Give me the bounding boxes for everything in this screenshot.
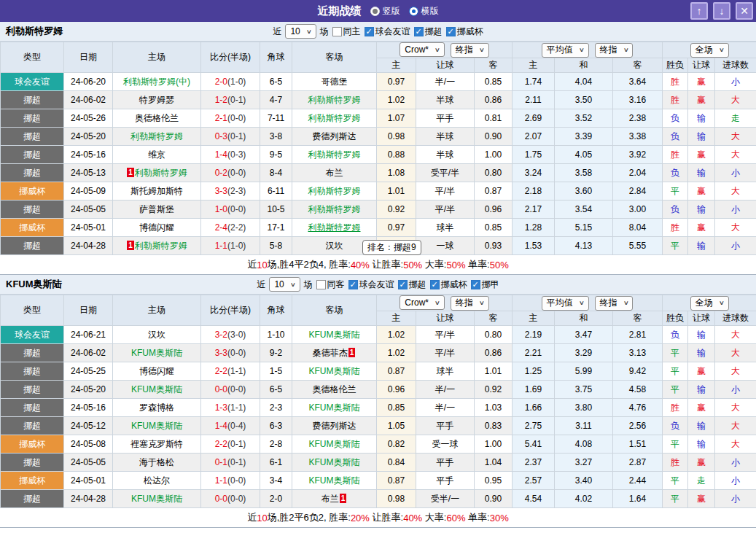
home-team-cell[interactable]: 海于格松 bbox=[113, 454, 201, 472]
average-odds-cell: 2.19 bbox=[513, 326, 555, 344]
odds-cell: 半/一 bbox=[416, 399, 475, 417]
odds-cell: 受平/半 bbox=[416, 164, 475, 182]
away-team-cell[interactable]: KFUM奥斯陆 bbox=[292, 399, 377, 417]
home-team-cell[interactable]: KFUM奥斯陆 bbox=[113, 344, 201, 362]
dropdown-group-cell: Crow*∨终指∨ bbox=[377, 42, 513, 58]
fulltime-score: 3-3 bbox=[215, 348, 227, 358]
final-odds-dropdown[interactable]: 终指∨ bbox=[451, 43, 489, 58]
competition-checkbox[interactable]: ✓挪超 bbox=[398, 279, 426, 291]
type-cell: 挪超 bbox=[1, 490, 64, 508]
corner-cell: 1-5 bbox=[260, 362, 292, 381]
competition-checkbox[interactable]: ✓挪甲 bbox=[471, 279, 499, 291]
close-button[interactable]: ✕ bbox=[736, 2, 753, 20]
odds-company-dropdown[interactable]: Crow*∨ bbox=[400, 295, 445, 310]
final-average-dropdown[interactable]: 终指∨ bbox=[595, 296, 634, 311]
home-team-cell[interactable]: 裡塞克罗斯特 bbox=[113, 435, 201, 454]
home-team-cell[interactable]: 松达尔 bbox=[113, 472, 201, 490]
corner-cell: 7-11 bbox=[260, 109, 292, 128]
away-team-cell[interactable]: KFUM奥斯陆 bbox=[292, 472, 377, 490]
home-team-cell[interactable]: 奥德格伦兰 bbox=[113, 109, 201, 128]
home-team-cell[interactable]: 利勒斯特罗姆 bbox=[113, 128, 201, 146]
home-team-cell[interactable]: 博德闪耀 bbox=[113, 219, 201, 237]
move-up-button[interactable]: ↑ bbox=[690, 2, 708, 20]
odds-cell: 0.80 bbox=[475, 326, 513, 344]
home-team-cell[interactable]: 汉坎 bbox=[113, 326, 201, 344]
radio-selected-icon bbox=[409, 7, 418, 16]
home-team-cell[interactable]: KFUM奥斯陆 bbox=[113, 381, 201, 399]
radio-vertical-layout[interactable]: 竖版 bbox=[370, 5, 400, 17]
home-team-cell[interactable]: KFUM奥斯陆 bbox=[113, 490, 201, 508]
average-dropdown[interactable]: 平均值∨ bbox=[542, 296, 589, 311]
checkbox-label: 挪甲 bbox=[482, 279, 499, 291]
away-team-cell[interactable]: KFUM奥斯陆 bbox=[292, 454, 377, 472]
home-team-cell[interactable]: 罗森博格 bbox=[113, 399, 201, 417]
away-team-cell[interactable]: 布兰 bbox=[292, 164, 377, 182]
radio-horizontal-layout[interactable]: 横版 bbox=[409, 5, 439, 17]
home-team-cell[interactable]: 维京 bbox=[113, 146, 201, 164]
home-team-cell[interactable]: KFUM奥斯陆 bbox=[113, 417, 201, 435]
home-team-cell[interactable]: 特罗姆瑟 bbox=[113, 91, 201, 109]
type-cell: 挪超 bbox=[1, 109, 64, 128]
final-odds-dropdown[interactable]: 终指∨ bbox=[451, 296, 489, 311]
average-dropdown[interactable]: 平均值∨ bbox=[542, 43, 589, 58]
result-handicap-cell: 赢 bbox=[688, 219, 715, 237]
away-team-cell[interactable]: KFUM奥斯陆 bbox=[292, 362, 377, 381]
home-team-cell[interactable]: 斯托姆加斯特 bbox=[113, 182, 201, 201]
fulltime-score: 1-4 bbox=[215, 149, 227, 160]
checkbox-label: 同客 bbox=[327, 279, 345, 291]
red-card-badge: 1 bbox=[127, 241, 134, 250]
odds-cell: 0.85 bbox=[475, 219, 513, 237]
home-team-cell[interactable]: 萨普斯堡 bbox=[113, 201, 201, 219]
away-team-cell[interactable]: 桑德菲杰1 bbox=[292, 344, 377, 362]
chevron-down-icon: ∨ bbox=[434, 47, 440, 53]
move-down-button[interactable]: ↓ bbox=[713, 2, 730, 20]
date-cell: 24-05-05 bbox=[64, 201, 113, 219]
away-team-cell[interactable]: KFUM奥斯陆 bbox=[292, 326, 377, 344]
away-team-cell[interactable]: 费德列斯达 bbox=[292, 128, 377, 146]
away-team-cell[interactable]: 费德列斯达 bbox=[292, 417, 377, 435]
score-cell: 0-0(0-0) bbox=[201, 490, 260, 508]
home-team-cell[interactable]: 利勒斯特罗姆(中) bbox=[113, 73, 201, 91]
away-team-cell[interactable]: 利勒斯特罗姆 bbox=[292, 201, 377, 219]
result-goals-cell: 小 bbox=[715, 472, 756, 490]
odds-cell: 1.00 bbox=[475, 435, 513, 454]
result-goals-cell: 大 bbox=[715, 182, 756, 201]
home-team-cell[interactable]: 1利勒斯特罗姆 bbox=[113, 164, 201, 182]
chevron-down-icon: ∨ bbox=[434, 300, 440, 306]
away-team-cell[interactable]: 布兰1 bbox=[292, 490, 377, 508]
away-team-cell[interactable]: 利勒斯特罗姆 bbox=[292, 91, 377, 109]
scope-dropdown[interactable]: 全场∨ bbox=[690, 43, 729, 58]
away-team-cell[interactable]: 利勒斯特罗姆 bbox=[292, 182, 377, 201]
competition-checkbox[interactable]: ✓挪威杯 bbox=[446, 26, 483, 38]
odds-company-dropdown[interactable]: Crow*∨ bbox=[400, 42, 445, 57]
result-handicap-cell: 输 bbox=[688, 237, 715, 255]
scope-dropdown[interactable]: 全场∨ bbox=[690, 296, 729, 311]
column-header: 角球 bbox=[260, 42, 292, 73]
odds-cell: 0.87 bbox=[377, 472, 416, 490]
match-count-dropdown[interactable]: 10∨ bbox=[269, 277, 300, 292]
team-filter-row: KFUM奥斯陆近10∨场同客✓球会友谊✓挪超✓挪威杯✓挪甲 bbox=[0, 275, 756, 295]
competition-checkbox[interactable]: ✓球会友谊 bbox=[365, 26, 410, 38]
score-cell: 1-3(1-1) bbox=[201, 399, 260, 417]
away-team-cell[interactable]: KFUM奥斯陆 bbox=[292, 435, 377, 454]
away-team-cell[interactable]: 利勒斯特罗姆 bbox=[292, 109, 377, 128]
competition-checkbox[interactable]: ✓球会友谊 bbox=[348, 279, 394, 291]
final-average-dropdown[interactable]: 终指∨ bbox=[595, 43, 634, 58]
away-team-cell[interactable]: 奥德格伦兰 bbox=[292, 381, 377, 399]
home-team-cell[interactable]: 博德闪耀 bbox=[113, 362, 201, 381]
home-team-cell[interactable]: 1利勒斯特罗姆 bbox=[113, 237, 201, 255]
halftime-score: (0-1) bbox=[227, 95, 246, 105]
away-team-cell[interactable]: 利勒斯特罗姆 bbox=[292, 219, 377, 237]
away-team-cell[interactable]: 哥德堡 bbox=[292, 73, 377, 91]
same-venue-checkbox[interactable]: 同客 bbox=[316, 279, 345, 291]
date-cell: 24-05-01 bbox=[64, 472, 113, 490]
odds-cell: 1.05 bbox=[377, 417, 416, 435]
away-team-cell[interactable]: 利勒斯特罗姆 bbox=[292, 146, 377, 164]
match-count-dropdown[interactable]: 10∨ bbox=[285, 24, 316, 39]
date-cell: 24-05-20 bbox=[64, 381, 113, 399]
competition-checkbox[interactable]: ✓挪超 bbox=[414, 26, 443, 38]
competition-checkbox[interactable]: ✓挪威杯 bbox=[430, 279, 467, 291]
same-venue-checkbox[interactable]: 同主 bbox=[332, 26, 361, 38]
result-goals-cell: 大 bbox=[715, 326, 756, 344]
fulltime-score: 2-2 bbox=[215, 439, 227, 449]
